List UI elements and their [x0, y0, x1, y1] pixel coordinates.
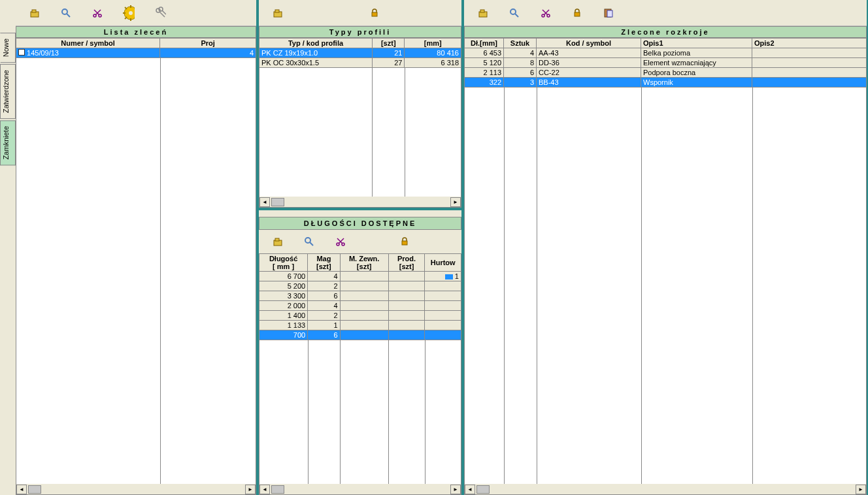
cell-opis1[interactable]: Podpora boczna [641, 68, 752, 78]
cell-mag[interactable]: 2 [308, 281, 340, 291]
cell-hurtow[interactable]: 1 [425, 272, 461, 281]
cell-dlugosc[interactable]: 6 700 [259, 272, 308, 281]
cell-mzewn[interactable] [340, 281, 388, 291]
scroll-left-arrow[interactable]: ◄ [16, 485, 27, 494]
gear-icon[interactable] [123, 7, 135, 19]
scroll-thumb[interactable] [476, 485, 490, 494]
cell-dlugosc[interactable]: 1 400 [259, 311, 308, 321]
table-row[interactable]: 2 1136CC-22Podpora boczna [465, 68, 867, 78]
scroll-right-arrow[interactable]: ► [450, 485, 461, 494]
table-lista-zlecen[interactable]: Numer / symbol Proj 145/09/134 [16, 38, 256, 58]
scroll-right-arrow[interactable]: ► [245, 485, 256, 494]
cell-szt[interactable]: 21 [373, 48, 405, 58]
search-icon[interactable] [60, 7, 72, 19]
cell-typ[interactable]: PK OC 30x30x1.5 [259, 58, 373, 68]
cell-sztuk[interactable]: 3 [504, 78, 537, 88]
cell-mag[interactable]: 1 [308, 321, 340, 330]
cell-sztuk[interactable]: 6 [504, 68, 537, 78]
cell-mag[interactable]: 6 [308, 330, 340, 340]
table-row[interactable]: PK CZ 19x19x1.02180 416 [259, 48, 461, 58]
cell-dl[interactable]: 6 453 [465, 48, 504, 58]
cell-prod[interactable] [388, 321, 425, 330]
th-opis2[interactable]: Opis2 [752, 39, 867, 48]
table-row[interactable]: 3223BB-43Wspornik [465, 78, 867, 88]
scrollbar-dlugosci[interactable]: ◄ ► [259, 484, 461, 495]
lock-icon[interactable] [571, 7, 583, 19]
cell-hurtow[interactable] [425, 330, 461, 340]
th-prod[interactable]: Prod.[szt] [388, 254, 425, 272]
scissors-icon[interactable] [335, 236, 346, 248]
scroll-left-arrow[interactable]: ◄ [465, 485, 475, 494]
cell-mzewn[interactable] [340, 330, 388, 340]
cell-opis2[interactable] [752, 78, 867, 88]
cell-proj[interactable]: 4 [160, 48, 256, 58]
th-dl[interactable]: Dł.[mm] [465, 39, 504, 48]
cell-opis1[interactable]: Wspornik [641, 78, 752, 88]
cell-sztuk[interactable]: 8 [504, 58, 537, 68]
cell-hurtow[interactable] [425, 311, 461, 321]
cell-prod[interactable] [388, 291, 425, 301]
cell-prod[interactable] [388, 330, 425, 340]
cell-kod[interactable]: CC-22 [537, 68, 641, 78]
search-icon[interactable] [303, 236, 315, 248]
table-row[interactable]: 7006 [259, 330, 461, 340]
cell-mag[interactable]: 6 [308, 291, 340, 301]
scroll-thumb[interactable] [271, 198, 284, 206]
cell-mzewn[interactable] [340, 291, 388, 301]
cell-mzewn[interactable] [340, 272, 388, 281]
th-kod[interactable]: Kod / symbol [537, 39, 641, 48]
cell-kod[interactable]: BB-43 [537, 78, 641, 88]
th-typ[interactable]: Typ / kod profila [259, 39, 373, 48]
cell-sztuk[interactable]: 4 [504, 48, 537, 58]
paste-icon[interactable] [603, 7, 614, 19]
search-icon[interactable] [509, 7, 520, 19]
cell-opis1[interactable]: Belka pozioma [641, 48, 752, 58]
table-row[interactable]: 5 1208DD-36Element wzmacniający [465, 58, 867, 68]
cell-mag[interactable]: 4 [308, 272, 340, 281]
table-row[interactable]: 1 4002 [259, 311, 461, 321]
cell-opis2[interactable] [752, 58, 867, 68]
th-proj[interactable]: Proj [160, 39, 256, 48]
cell-typ[interactable]: PK CZ 19x19x1.0 [259, 48, 373, 58]
open-icon[interactable] [29, 7, 41, 19]
cell-mzewn[interactable] [340, 311, 388, 321]
open-icon[interactable] [272, 7, 284, 19]
scroll-thumb[interactable] [28, 485, 41, 494]
th-numer[interactable]: Numer / symbol [16, 39, 160, 48]
th-mag[interactable]: Mag[szt] [308, 254, 340, 272]
cell-mzewn[interactable] [340, 301, 388, 311]
table-row[interactable]: 145/09/134 [16, 48, 256, 58]
scissors-icon[interactable] [92, 7, 103, 19]
table-zlecone-rozkroje[interactable]: Dł.[mm] Sztuk Kod / symbol Opis1 Opis2 6… [464, 38, 867, 88]
cell-mag[interactable]: 4 [308, 301, 340, 311]
table-row[interactable]: 5 2002 [259, 281, 461, 291]
table-row[interactable]: PK OC 30x30x1.5276 318 [259, 58, 461, 68]
cell-dlugosc[interactable]: 1 133 [259, 321, 308, 330]
cell-prod[interactable] [388, 301, 425, 311]
tab-zatwierdzone[interactable]: Zatwierdzone [0, 64, 16, 119]
tab-zamkniete[interactable]: Zamkniete [0, 120, 16, 165]
cell-prod[interactable] [388, 281, 425, 291]
lock-icon[interactable] [369, 7, 380, 19]
table-row[interactable]: 6 4534AA-43Belka pozioma [465, 48, 867, 58]
cell-mm[interactable]: 6 318 [405, 58, 461, 68]
cell-hurtow[interactable] [425, 321, 461, 330]
table-row[interactable]: 6 7004 1 [259, 272, 461, 281]
table-row[interactable]: 2 0004 [259, 301, 461, 311]
cell-dlugosc[interactable]: 700 [259, 330, 308, 340]
scissors-icon[interactable] [540, 7, 552, 19]
cell-opis2[interactable] [752, 48, 867, 58]
scroll-left-arrow[interactable]: ◄ [259, 485, 270, 494]
cell-dlugosc[interactable]: 2 000 [259, 301, 308, 311]
cell-kod[interactable]: DD-36 [537, 58, 641, 68]
scroll-right-arrow[interactable]: ► [450, 197, 461, 207]
cell-hurtow[interactable] [425, 291, 461, 301]
th-mm[interactable]: [mm] [405, 39, 461, 48]
scrollbar-left[interactable]: ◄ ► [16, 484, 256, 495]
cell-szt[interactable]: 27 [373, 58, 405, 68]
th-sztuk[interactable]: Sztuk [504, 39, 537, 48]
keys-icon[interactable] [154, 7, 166, 19]
th-szt[interactable]: [szt] [373, 39, 405, 48]
table-row[interactable]: 1 1331 [259, 321, 461, 330]
cell-dlugosc[interactable]: 3 300 [259, 291, 308, 301]
